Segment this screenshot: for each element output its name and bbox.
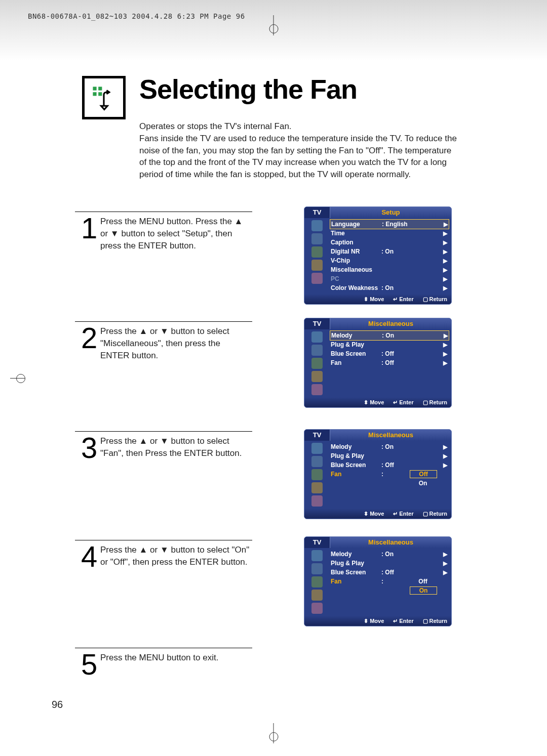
arrow-icon: ▶ xyxy=(443,351,447,357)
tv-label: TV xyxy=(304,430,330,441)
tv-label: TV xyxy=(304,207,330,218)
option-off: Off xyxy=(410,578,436,585)
step-2: 2Press the ▲ or ▼ button to select "Misc… xyxy=(81,321,251,361)
step-5: 5Press the MENU button to exit. xyxy=(81,648,251,677)
arrow-icon: ▶ xyxy=(443,569,447,576)
foot-move: ⬍ Move xyxy=(364,399,384,406)
menu-row: PC▶ xyxy=(331,274,448,283)
menu-label: Time xyxy=(331,230,381,237)
menu-row: Blue Screen: Off▶ xyxy=(331,460,448,470)
menu-value: : On xyxy=(381,284,412,291)
menu-label: Caption xyxy=(331,239,381,246)
tv-label: TV xyxy=(304,318,330,329)
page-title: Selecting the Fan xyxy=(139,73,357,105)
menu-row: Fan:Off xyxy=(331,577,448,586)
menu-value: : Off xyxy=(381,569,412,576)
menu-icon-column xyxy=(304,218,330,294)
step-number: 2 xyxy=(81,325,96,350)
foot-enter: ↵ Enter xyxy=(393,296,413,303)
svg-rect-0 xyxy=(93,87,96,90)
menu-value: : On xyxy=(381,551,412,558)
foot-move: ⬍ Move xyxy=(364,296,384,303)
svg-rect-3 xyxy=(98,92,102,96)
arrow-icon: ▶ xyxy=(443,453,447,459)
step-text: Press the MENU button. Press the ▲ or ▼ … xyxy=(100,216,251,251)
menu-label: Plug & Play xyxy=(331,560,381,567)
svg-rect-2 xyxy=(93,92,96,96)
crop-mark xyxy=(274,723,274,743)
menu-title: Setup xyxy=(330,207,451,218)
menu-row: Time▶ xyxy=(331,229,448,238)
menu-row: Color Weakness: On▶ xyxy=(331,283,448,292)
osd-menu-misc-3: TVMiscellaneousMelody: On▶Plug & Play▶Bl… xyxy=(304,536,452,626)
menu-label: Miscellaneous xyxy=(331,266,381,273)
step-number: 1 xyxy=(81,216,96,240)
arrow-icon: ▶ xyxy=(444,332,448,339)
arrow-icon: ▶ xyxy=(443,276,447,282)
menu-value: : On xyxy=(382,332,412,339)
menu-row: Plug & Play▶ xyxy=(331,451,448,460)
menu-value: : English xyxy=(382,221,412,228)
tv-label: TV xyxy=(304,537,330,548)
menu-label: Fan xyxy=(331,359,381,366)
svg-rect-1 xyxy=(98,87,102,90)
menu-row-opt: On xyxy=(331,479,448,488)
menu-label: Color Weakness xyxy=(331,284,381,291)
menu-items: Melody: On▶Plug & Play▶Blue Screen: Off▶… xyxy=(330,548,451,616)
menu-value: : Off xyxy=(381,359,412,366)
step-number: 4 xyxy=(81,544,96,569)
menu-icon-column xyxy=(304,548,330,616)
menu-items: Language: English▶Time▶Caption▶Digital N… xyxy=(330,218,451,294)
menu-row: Blue Screen: Off▶ xyxy=(331,349,448,358)
menu-label: Blue Screen xyxy=(331,461,381,469)
crop-mark xyxy=(10,378,25,379)
menu-label: PC xyxy=(331,275,381,282)
menu-label: Melody xyxy=(331,551,381,558)
foot-enter: ↵ Enter xyxy=(393,618,413,624)
menu-label: Plug & Play xyxy=(331,452,381,459)
step-text: Press the ▲ or ▼ button to select "On" o… xyxy=(100,544,251,568)
menu-label: Blue Screen xyxy=(331,350,381,357)
arrow-icon: ▶ xyxy=(443,248,447,255)
arrow-icon: ▶ xyxy=(443,360,447,366)
foot-enter: ↵ Enter xyxy=(393,399,413,406)
menu-row: Caption▶ xyxy=(331,238,448,247)
foot-return: ▢ Return xyxy=(423,618,448,624)
foot-return: ▢ Return xyxy=(423,511,448,517)
option-on: On xyxy=(410,480,436,487)
menu-row: Miscellaneous▶ xyxy=(331,265,448,274)
step-number: 3 xyxy=(81,435,96,460)
menu-label: V-Chip xyxy=(331,257,381,264)
menu-footer: ⬍ Move↵ Enter▢ Return xyxy=(304,294,451,304)
foot-move: ⬍ Move xyxy=(364,618,384,624)
menu-footer: ⬍ Move↵ Enter▢ Return xyxy=(304,509,451,519)
menu-row: Digital NR: On▶ xyxy=(331,247,448,256)
step-text: Press the MENU button to exit. xyxy=(100,652,251,664)
menu-label: Fan xyxy=(331,471,381,478)
menu-label: Fan xyxy=(331,578,381,585)
intro-text: Operates or stops the TV's internal Fan.… xyxy=(139,120,461,181)
menu-title: Miscellaneous xyxy=(330,537,451,548)
print-header-info: BN68-00678A-01_082~103 2004.4.28 6:23 PM… xyxy=(28,12,245,20)
menu-row: Melody: On▶ xyxy=(330,330,449,341)
menu-footer: ⬍ Move↵ Enter▢ Return xyxy=(304,397,451,407)
menu-row: Melody: On▶ xyxy=(331,550,448,559)
menu-items: Melody: On▶Plug & Play▶Blue Screen: Off▶… xyxy=(330,329,451,397)
menu-title: Miscellaneous xyxy=(330,430,451,441)
menu-row: Fan:Off xyxy=(331,470,448,479)
menu-value: : Off xyxy=(381,350,412,357)
step-3: 3Press the ▲ or ▼ button to select "Fan"… xyxy=(81,431,251,460)
menu-row-opt: On xyxy=(331,586,448,595)
menu-icon-column xyxy=(304,441,330,509)
arrow-icon: ▶ xyxy=(443,462,447,469)
osd-menu-misc-2: TVMiscellaneousMelody: On▶Plug & Play▶Bl… xyxy=(304,429,452,519)
step-1: 1Press the MENU button. Press the ▲ or ▼… xyxy=(81,212,251,251)
arrow-icon: ▶ xyxy=(443,560,447,567)
section-icon xyxy=(82,76,126,119)
menu-icon-column xyxy=(304,329,330,397)
menu-label: Melody xyxy=(331,332,382,339)
menu-value: : On xyxy=(381,248,412,255)
foot-move: ⬍ Move xyxy=(364,511,384,517)
menu-label: Melody xyxy=(331,443,381,450)
menu-value: : xyxy=(381,471,412,478)
